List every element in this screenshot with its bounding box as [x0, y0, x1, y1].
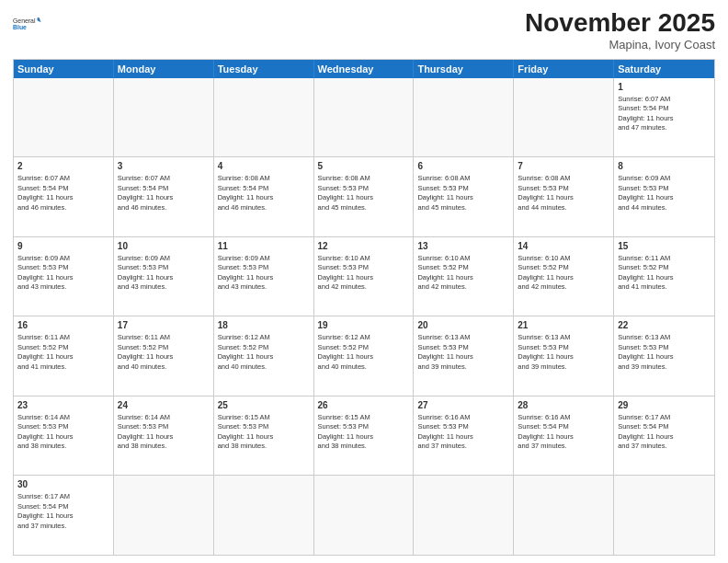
cell-info: Sunrise: 6:08 AM Sunset: 5:54 PM Dayligh…	[218, 174, 310, 213]
cell-info: Sunrise: 6:08 AM Sunset: 5:53 PM Dayligh…	[417, 174, 509, 213]
calendar-row: 9Sunrise: 6:09 AM Sunset: 5:53 PM Daylig…	[14, 236, 714, 316]
svg-text:General: General	[13, 17, 36, 24]
cell-info: Sunrise: 6:15 AM Sunset: 5:53 PM Dayligh…	[218, 413, 310, 452]
calendar-cell: 13Sunrise: 6:10 AM Sunset: 5:52 PM Dayli…	[414, 237, 514, 316]
day-number: 30	[17, 478, 109, 491]
cell-info: Sunrise: 6:07 AM Sunset: 5:54 PM Dayligh…	[618, 95, 711, 133]
calendar-cell: 12Sunrise: 6:10 AM Sunset: 5:53 PM Dayli…	[314, 237, 415, 316]
day-number: 15	[618, 240, 711, 253]
cell-info: Sunrise: 6:16 AM Sunset: 5:53 PM Dayligh…	[417, 413, 509, 452]
cell-info: Sunrise: 6:09 AM Sunset: 5:53 PM Dayligh…	[17, 254, 109, 293]
title-block: November 2025 Mapina, Ivory Coast	[525, 9, 715, 52]
weekday-header: Tuesday	[214, 60, 314, 78]
day-number: 20	[417, 319, 509, 332]
calendar-cell: 11Sunrise: 6:09 AM Sunset: 5:53 PM Dayli…	[214, 237, 314, 316]
cell-info: Sunrise: 6:12 AM Sunset: 5:52 PM Dayligh…	[218, 333, 310, 372]
weekday-header: Monday	[114, 60, 214, 78]
cell-info: Sunrise: 6:14 AM Sunset: 5:53 PM Dayligh…	[118, 413, 210, 452]
calendar-cell: 21Sunrise: 6:13 AM Sunset: 5:53 PM Dayli…	[514, 316, 614, 396]
day-number: 17	[118, 319, 210, 332]
calendar-cell: 14Sunrise: 6:10 AM Sunset: 5:52 PM Dayli…	[514, 237, 614, 316]
calendar-cell: 22Sunrise: 6:13 AM Sunset: 5:53 PM Dayli…	[614, 316, 714, 396]
calendar-cell: 3Sunrise: 6:07 AM Sunset: 5:54 PM Daylig…	[114, 157, 214, 236]
cell-info: Sunrise: 6:09 AM Sunset: 5:53 PM Dayligh…	[218, 254, 310, 293]
day-number: 27	[417, 399, 509, 412]
day-number: 4	[218, 160, 310, 173]
calendar-cell	[414, 476, 514, 555]
calendar-row: 1Sunrise: 6:07 AM Sunset: 5:54 PM Daylig…	[14, 78, 714, 157]
cell-info: Sunrise: 6:15 AM Sunset: 5:53 PM Dayligh…	[318, 413, 410, 452]
cell-info: Sunrise: 6:08 AM Sunset: 5:53 PM Dayligh…	[318, 174, 410, 213]
calendar-cell: 28Sunrise: 6:16 AM Sunset: 5:54 PM Dayli…	[514, 396, 614, 476]
calendar-body: 1Sunrise: 6:07 AM Sunset: 5:54 PM Daylig…	[14, 78, 714, 555]
calendar-cell: 27Sunrise: 6:16 AM Sunset: 5:53 PM Dayli…	[414, 396, 514, 476]
calendar: SundayMondayTuesdayWednesdayThursdayFrid…	[13, 59, 715, 556]
calendar-header: SundayMondayTuesdayWednesdayThursdayFrid…	[14, 60, 714, 78]
day-number: 24	[118, 399, 210, 412]
cell-info: Sunrise: 6:11 AM Sunset: 5:52 PM Dayligh…	[17, 333, 109, 372]
logo: General Blue	[13, 9, 42, 39]
calendar-cell: 9Sunrise: 6:09 AM Sunset: 5:53 PM Daylig…	[14, 237, 114, 316]
day-number: 25	[218, 399, 310, 412]
day-number: 14	[518, 240, 609, 253]
day-number: 16	[17, 319, 109, 332]
day-number: 28	[518, 399, 609, 412]
day-number: 18	[218, 319, 310, 332]
calendar-cell: 19Sunrise: 6:12 AM Sunset: 5:52 PM Dayli…	[314, 316, 415, 396]
cell-info: Sunrise: 6:14 AM Sunset: 5:53 PM Dayligh…	[17, 413, 109, 452]
calendar-cell	[114, 476, 214, 555]
calendar-row: 16Sunrise: 6:11 AM Sunset: 5:52 PM Dayli…	[14, 316, 714, 396]
day-number: 1	[618, 81, 711, 94]
cell-info: Sunrise: 6:11 AM Sunset: 5:52 PM Dayligh…	[618, 254, 711, 293]
cell-info: Sunrise: 6:09 AM Sunset: 5:53 PM Dayligh…	[618, 174, 711, 213]
weekday-header: Saturday	[614, 60, 714, 78]
day-number: 23	[17, 399, 109, 412]
day-number: 13	[417, 240, 509, 253]
calendar-cell: 20Sunrise: 6:13 AM Sunset: 5:53 PM Dayli…	[414, 316, 514, 396]
day-number: 3	[118, 160, 210, 173]
calendar-cell	[314, 476, 415, 555]
calendar-cell: 5Sunrise: 6:08 AM Sunset: 5:53 PM Daylig…	[314, 157, 415, 236]
calendar-cell: 29Sunrise: 6:17 AM Sunset: 5:54 PM Dayli…	[614, 396, 714, 476]
calendar-cell: 8Sunrise: 6:09 AM Sunset: 5:53 PM Daylig…	[614, 157, 714, 236]
calendar-cell: 16Sunrise: 6:11 AM Sunset: 5:52 PM Dayli…	[14, 316, 114, 396]
svg-text:Blue: Blue	[13, 24, 27, 30]
day-number: 11	[218, 240, 310, 253]
day-number: 5	[318, 160, 410, 173]
cell-info: Sunrise: 6:10 AM Sunset: 5:53 PM Dayligh…	[318, 254, 410, 293]
cell-info: Sunrise: 6:07 AM Sunset: 5:54 PM Dayligh…	[17, 174, 109, 213]
calendar-cell: 17Sunrise: 6:11 AM Sunset: 5:52 PM Dayli…	[114, 316, 214, 396]
cell-info: Sunrise: 6:08 AM Sunset: 5:53 PM Dayligh…	[518, 174, 609, 213]
day-number: 26	[318, 399, 410, 412]
calendar-cell	[414, 78, 514, 157]
cell-info: Sunrise: 6:10 AM Sunset: 5:52 PM Dayligh…	[518, 254, 609, 293]
calendar-cell: 7Sunrise: 6:08 AM Sunset: 5:53 PM Daylig…	[514, 157, 614, 236]
page: General Blue November 2025 Mapina, Ivory…	[0, 0, 728, 563]
calendar-cell: 6Sunrise: 6:08 AM Sunset: 5:53 PM Daylig…	[414, 157, 514, 236]
weekday-header: Thursday	[414, 60, 514, 78]
calendar-cell: 26Sunrise: 6:15 AM Sunset: 5:53 PM Dayli…	[314, 396, 415, 476]
cell-info: Sunrise: 6:13 AM Sunset: 5:53 PM Dayligh…	[518, 333, 609, 372]
calendar-cell: 18Sunrise: 6:12 AM Sunset: 5:52 PM Dayli…	[214, 316, 314, 396]
calendar-cell: 30Sunrise: 6:17 AM Sunset: 5:54 PM Dayli…	[14, 476, 114, 555]
day-number: 9	[17, 240, 109, 253]
calendar-cell	[214, 476, 314, 555]
calendar-cell: 24Sunrise: 6:14 AM Sunset: 5:53 PM Dayli…	[114, 396, 214, 476]
cell-info: Sunrise: 6:13 AM Sunset: 5:53 PM Dayligh…	[618, 333, 711, 372]
calendar-row: 2Sunrise: 6:07 AM Sunset: 5:54 PM Daylig…	[14, 156, 714, 236]
cell-info: Sunrise: 6:12 AM Sunset: 5:52 PM Dayligh…	[318, 333, 410, 372]
calendar-cell	[514, 476, 614, 555]
calendar-cell	[514, 78, 614, 157]
calendar-row: 23Sunrise: 6:14 AM Sunset: 5:53 PM Dayli…	[14, 396, 714, 476]
cell-info: Sunrise: 6:11 AM Sunset: 5:52 PM Dayligh…	[118, 333, 210, 372]
cell-info: Sunrise: 6:17 AM Sunset: 5:54 PM Dayligh…	[618, 413, 711, 452]
cell-info: Sunrise: 6:09 AM Sunset: 5:53 PM Dayligh…	[118, 254, 210, 293]
calendar-cell: 4Sunrise: 6:08 AM Sunset: 5:54 PM Daylig…	[214, 157, 314, 236]
calendar-cell: 25Sunrise: 6:15 AM Sunset: 5:53 PM Dayli…	[214, 396, 314, 476]
weekday-header: Sunday	[14, 60, 114, 78]
day-number: 12	[318, 240, 410, 253]
cell-info: Sunrise: 6:13 AM Sunset: 5:53 PM Dayligh…	[417, 333, 509, 372]
header: General Blue November 2025 Mapina, Ivory…	[13, 9, 715, 52]
location: Mapina, Ivory Coast	[525, 38, 715, 52]
calendar-cell	[114, 78, 214, 157]
